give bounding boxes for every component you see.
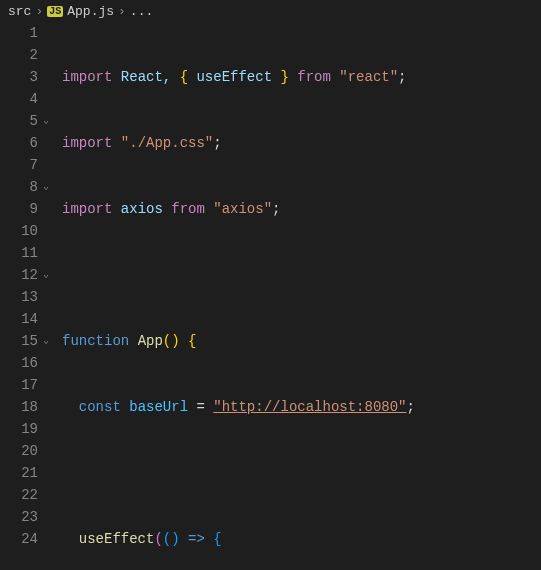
breadcrumb-symbol[interactable]: ... [130, 4, 153, 19]
chevron-right-icon: › [118, 4, 126, 19]
code-content[interactable]: import React, { useEffect } from "react"… [52, 22, 541, 570]
line-number-gutter: 1 2 3 4 5⌄ 6 7 8⌄ 9 10 11 12⌄ 13 14 15⌄ … [0, 22, 52, 570]
chevron-right-icon: › [35, 4, 43, 19]
fold-toggle[interactable]: ⌄ [40, 330, 52, 352]
breadcrumb-folder[interactable]: src [8, 4, 31, 19]
fold-toggle[interactable]: ⌄ [40, 110, 52, 132]
js-icon: JS [47, 6, 63, 17]
fold-toggle[interactable]: ⌄ [40, 264, 52, 286]
breadcrumb-file[interactable]: App.js [67, 4, 114, 19]
code-editor[interactable]: 1 2 3 4 5⌄ 6 7 8⌄ 9 10 11 12⌄ 13 14 15⌄ … [0, 22, 541, 570]
breadcrumb[interactable]: src › JS App.js › ... [0, 0, 541, 22]
fold-toggle[interactable]: ⌄ [40, 176, 52, 198]
